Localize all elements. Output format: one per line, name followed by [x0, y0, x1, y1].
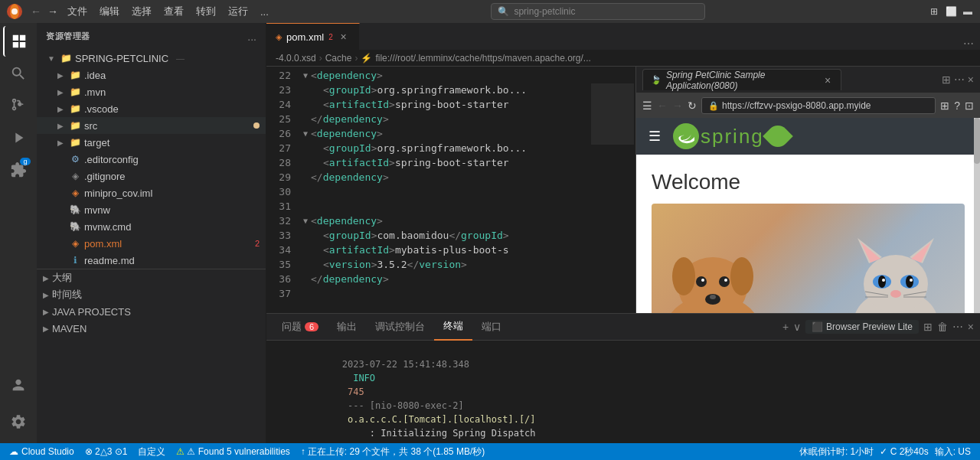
tree-idea[interactable]: ▶ 📁 .idea	[37, 67, 266, 83]
split-editor-btn[interactable]: ⋯	[963, 38, 974, 50]
activity-account[interactable]	[3, 370, 34, 400]
log-level-1: INFO	[342, 373, 375, 383]
tab-close-pomxml[interactable]: ×	[338, 31, 350, 43]
browser-scrollbar[interactable]	[974, 118, 980, 313]
browser-close-btn[interactable]: ×	[968, 73, 974, 86]
tree-target[interactable]: ▶ 📁 target	[37, 134, 266, 151]
add-terminal-btn[interactable]: +	[782, 321, 789, 333]
fold-26[interactable]: ▼	[300, 126, 311, 141]
fold-arrow[interactable]: ▼	[46, 54, 57, 63]
menubar-item-...[interactable]: ...	[254, 5, 275, 19]
tree-src[interactable]: ▶ 📁 src	[37, 117, 266, 134]
panel-tab-terminal[interactable]: 终端	[434, 314, 472, 341]
forward-button[interactable]: →	[47, 5, 58, 18]
status-git[interactable]: ⊗ 2△3 ⊙1	[82, 443, 131, 460]
breadcrumb-xsd[interactable]: -4.0.0.xsd	[276, 53, 316, 64]
breadcrumb-path[interactable]: file:///root/.lemminx/cache/https/maven.…	[375, 53, 590, 64]
tree-pomxml[interactable]: ◈ pom.xml 2	[37, 235, 266, 252]
activity-search[interactable]	[3, 58, 34, 89]
tree-mvnw[interactable]: 🐘 mvnw	[37, 201, 266, 218]
sidebar-more-btn[interactable]: ...	[247, 31, 256, 43]
activity-settings[interactable]	[3, 406, 34, 437]
panel-close-btn[interactable]: ×	[968, 321, 974, 333]
panel-trash-btn[interactable]: 🗑	[937, 321, 948, 333]
status-sleep-timer[interactable]: 休眠倒计时: 1小时	[796, 443, 877, 460]
tree-editorconfig[interactable]: ⚙ .editorconfig	[37, 151, 266, 168]
code-editor[interactable]: 22 23 24 25 26 27 28 29 30 31 32 33 34 3…	[266, 67, 635, 313]
layout-btn[interactable]: ⬜	[945, 5, 957, 18]
fold-arrow-mvn[interactable]: ▶	[55, 88, 66, 96]
fold-32[interactable]: ▼	[300, 214, 311, 228]
reader-btn[interactable]: ?	[954, 100, 960, 112]
panel-more-btn[interactable]: ⋯	[952, 321, 963, 333]
spring-hamburger[interactable]: ☰	[648, 128, 661, 145]
tree-vscode[interactable]: ▶ 📁 .vscode	[37, 100, 266, 117]
activity-source-control[interactable]	[3, 90, 34, 121]
panel-tab-problems[interactable]: 问题 6	[273, 314, 328, 341]
activity-explorer[interactable]	[3, 26, 34, 57]
browser-refresh-btn[interactable]: ↻	[688, 100, 697, 112]
status-cloud-studio[interactable]: ☁ Cloud Studio	[6, 443, 77, 460]
status-warning[interactable]: ⚠ ⚠ Found 5 vulnerabilities	[173, 443, 292, 460]
menubar-item-文件[interactable]: 文件	[61, 3, 93, 20]
terminal-label: 终端	[443, 319, 463, 333]
status-check[interactable]: ✓ C 2秒40s	[877, 443, 931, 460]
menubar-item-选择[interactable]: 选择	[126, 3, 158, 20]
browser-preview-lite-label[interactable]: ⬛ Browser Preview Lite	[805, 320, 919, 334]
browser-back-btn[interactable]: ←	[657, 100, 668, 112]
tree-readme[interactable]: ℹ readme.md	[37, 252, 266, 269]
fold-arrow-target[interactable]: ▶	[55, 139, 66, 147]
panel-tab-output[interactable]: 输出	[328, 314, 366, 341]
tree-root-project[interactable]: ▼ 📁 SPRING-PETCLINIC —	[37, 50, 266, 67]
status-upload[interactable]: ↑ 正在上传: 29 个文件，共 38 个(1.85 MB/秒)	[298, 443, 488, 460]
tree-mvn[interactable]: ▶ 📁 .mvn	[37, 83, 266, 100]
screenshots-btn[interactable]: ⊡	[965, 100, 974, 112]
svg-point-31	[882, 279, 885, 282]
activity-extensions[interactable]: g	[3, 155, 34, 185]
status-encoding[interactable]: 自定义	[135, 443, 168, 460]
menubar-item-转到[interactable]: 转到	[190, 3, 222, 20]
menubar-item-运行[interactable]: 运行	[222, 3, 254, 20]
breadcrumb-cache[interactable]: Cache	[325, 53, 352, 64]
folder-icon: 📁	[60, 53, 72, 64]
code-line-24: <artifactId> spring-boot-starter	[300, 97, 590, 112]
split-view-btn[interactable]: ⊞	[928, 5, 940, 18]
activity-run-debug[interactable]	[3, 122, 34, 153]
status-lang[interactable]: 输入: US	[932, 443, 974, 460]
terminal-dropdown-btn[interactable]: ∨	[793, 321, 801, 333]
panel-tab-debug[interactable]: 调试控制台	[366, 314, 434, 341]
browser-tab[interactable]: 🍃 Spring PetClinic Sample Application(80…	[642, 69, 841, 90]
tree-iml[interactable]: ◈ minipro_cov.iml	[37, 184, 266, 201]
fold-22[interactable]: ▼	[300, 68, 311, 83]
tree-mvnwcmd[interactable]: 🐘 mvnw.cmd	[37, 218, 266, 235]
fold-arrow-src[interactable]: ▶	[55, 122, 66, 130]
terminal-area[interactable]: 2023-07-22 15:41:48.348 INFO 745 --- [ni…	[266, 341, 980, 443]
panel-split-btn[interactable]: ⊞	[923, 321, 933, 333]
tab-pomxml[interactable]: ◈ pom.xml 2 ×	[266, 23, 360, 50]
address-bar[interactable]: 🔒 https://cffzvv-psxigo-8080.app.myide	[701, 97, 936, 114]
tree-gitignore[interactable]: ◈ .gitignore	[37, 168, 266, 184]
timeline-section[interactable]: ▶ 时间线	[37, 286, 266, 303]
outline-section[interactable]: ▶ 大纲	[37, 269, 266, 286]
browser-forward-btn[interactable]: →	[672, 100, 683, 112]
browser-tab-close[interactable]: ×	[822, 74, 833, 86]
minimap	[590, 67, 635, 313]
global-search-box[interactable]: 🔍 spring-petclinic	[491, 3, 705, 20]
maven-section[interactable]: ▶ MAVEN	[37, 320, 266, 337]
menubar-item-编辑[interactable]: 编辑	[93, 3, 126, 20]
browser-menu-btn[interactable]: ☰	[642, 100, 652, 112]
fold-arrow-idea[interactable]: ▶	[55, 71, 66, 80]
java-projects-section[interactable]: ▶ JAVA PROJECTS	[37, 303, 266, 320]
back-button[interactable]: ←	[31, 5, 41, 18]
split-pane-btn[interactable]: ⊞	[942, 73, 951, 86]
app-logo[interactable]	[6, 3, 23, 20]
panel-tab-ports[interactable]: 端口	[472, 314, 511, 341]
panel-btn[interactable]: ▬	[962, 5, 974, 18]
extensions-btn[interactable]: ⊞	[940, 100, 949, 112]
menubar-item-查看[interactable]: 查看	[158, 3, 190, 20]
browser-more-btn[interactable]: ⋯	[954, 73, 965, 86]
spring-app: ☰ spring	[636, 118, 980, 313]
fold-arrow-vscode[interactable]: ▶	[55, 105, 66, 113]
browser-scrollbar-thumb[interactable]	[974, 118, 980, 164]
svg-marker-25	[861, 242, 880, 263]
